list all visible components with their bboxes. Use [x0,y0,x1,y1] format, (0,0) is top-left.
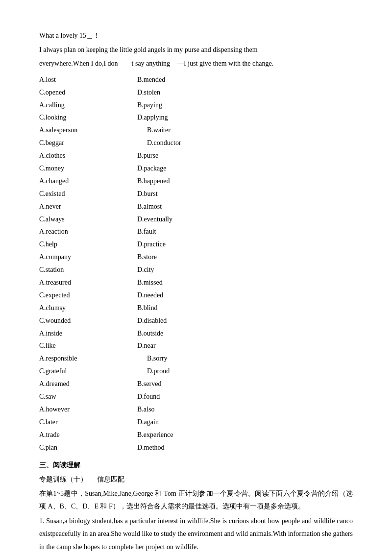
q2-c: C.looking [39,111,137,124]
table-row: A.trade B.experience [39,429,353,441]
table-row: C.later D.again [39,416,353,429]
subsection-right: 信息匹配 [97,473,124,485]
q5-a: A.changed [39,175,137,188]
table-row: C.looking D.applying [39,111,353,124]
q13-c: C.saw [39,390,137,403]
table-row: C.like D.near [39,339,353,352]
table-row: C.expected D.needed [39,289,353,302]
table-row: A.responsible B.sorry [39,352,353,365]
table-row: A.lost B.mended [39,73,353,86]
q8-b: B.store [137,251,235,264]
table-row: A.clothes B.purse [39,149,353,162]
table-row: A.inside B.outside [39,327,353,340]
table-row: A.never B.almost [39,200,353,213]
q9-b: B.missed [137,276,235,289]
q5-b: B.happened [137,175,235,188]
q11-b: B.outside [137,327,235,340]
table-row: C.station D.city [39,264,353,276]
q9-d: D.needed [137,289,235,302]
q10-d: D.disabled [137,314,235,327]
table-row: C.saw D.found [39,390,353,403]
q9-c: C.expected [39,289,137,302]
q6-c: C.always [39,213,137,226]
q15-d: D.method [137,441,235,454]
q3-a: A.salesperson [39,124,147,137]
table-row: A.clumsy B.blind [39,302,353,314]
q7-b: B.fault [137,225,235,238]
table-row: A.salesperson B.waiter [39,124,353,137]
q3-b: B.waiter [147,124,245,137]
q4-a: A.clothes [39,149,137,162]
q15-b: B.experience [137,429,235,441]
q1-b: B.mended [137,73,235,86]
q7-c: C.help [39,238,137,251]
q15-c: C.plan [39,441,137,454]
q12-c: C.grateful [39,365,147,378]
q11-a: A.inside [39,327,137,340]
table-row: C.grateful D.proud [39,365,353,378]
q1-d: D.stolen [137,86,235,99]
q2-d: D.applying [137,111,235,124]
q3-c: C.beggar [39,137,147,149]
q9-a: A.treasured [39,276,137,289]
q12-a: A.responsible [39,352,147,365]
q12-d: D.proud [147,365,245,378]
q14-d: D.again [137,416,235,429]
q2-b: B.paying [137,99,235,112]
table-row: C.money D.package [39,162,353,175]
table-row: A.dreamed B.served [39,378,353,390]
q11-c: C.like [39,339,137,352]
table-row: A.treasured B.missed [39,276,353,289]
q5-d: D.burst [137,188,235,200]
q6-a: A.never [39,200,137,213]
q14-c: C.later [39,416,137,429]
table-row: C.wounded D.disabled [39,314,353,327]
q14-a: A.however [39,403,137,416]
subsection-left: 专题训练（十） [39,473,87,485]
table-row: A.changed B.happened [39,175,353,188]
q5-c: C.existed [39,188,137,200]
q10-b: B.blind [137,302,235,314]
intro-line3: everywhere.When I do,I don t say anythin… [39,57,353,71]
chinese-intro: 在第1~5题中，Susan,Mike,Jane,George 和 Tom 正计划… [39,487,353,513]
q13-d: D.found [137,390,235,403]
q7-a: A.reaction [39,225,137,238]
section3-title: 三、阅读理解 [39,459,353,471]
q8-c: C.station [39,264,137,276]
table-row: C.always D.eventually [39,213,353,226]
q6-d: D.eventually [137,213,235,226]
q4-d: D.package [137,162,235,175]
q14-b: B.also [137,403,235,416]
q4-c: C.money [39,162,137,175]
q1-a: A.lost [39,73,137,86]
table-row: C.plan D.method [39,441,353,454]
intro-line2: I always plan on keeping the little gold… [39,44,353,57]
q1-c: C.opened [39,86,137,99]
q15-a: A.trade [39,429,137,441]
table-row: A.company B.store [39,251,353,264]
table-row: C.existed D.burst [39,188,353,200]
table-row: A.reaction B.fault [39,225,353,238]
q7-d: D.practice [137,238,235,251]
q8-a: A.company [39,251,137,264]
q4-b: B.purse [137,149,235,162]
subsection-title: 专题训练（十） 信息匹配 [39,473,353,485]
q3-d: D.conductor [147,137,245,149]
intro-line1: What a lovely 15＿！ [39,29,353,43]
q12-b: B.sorry [147,352,245,365]
q2-a: A.calling [39,99,137,112]
q6-b: B.almost [137,200,235,213]
q13-a: A.dreamed [39,378,137,390]
table-row: C.help D.practice [39,238,353,251]
q10-c: C.wounded [39,314,137,327]
table-row: C.opened D.stolen [39,86,353,99]
q10-a: A.clumsy [39,302,137,314]
table-row: A.calling B.paying [39,99,353,112]
table-row: C.beggar D.conductor [39,137,353,149]
table-row: A.however B.also [39,403,353,416]
q13-b: B.served [137,378,235,390]
q8-d: D.city [137,264,235,276]
questions-block: A.lost B.mended C.opened D.stolen A.call… [39,73,353,454]
q11-d: D.near [137,339,235,352]
reading-para-1: 1. Susan,a biology student,has a particu… [39,515,353,554]
